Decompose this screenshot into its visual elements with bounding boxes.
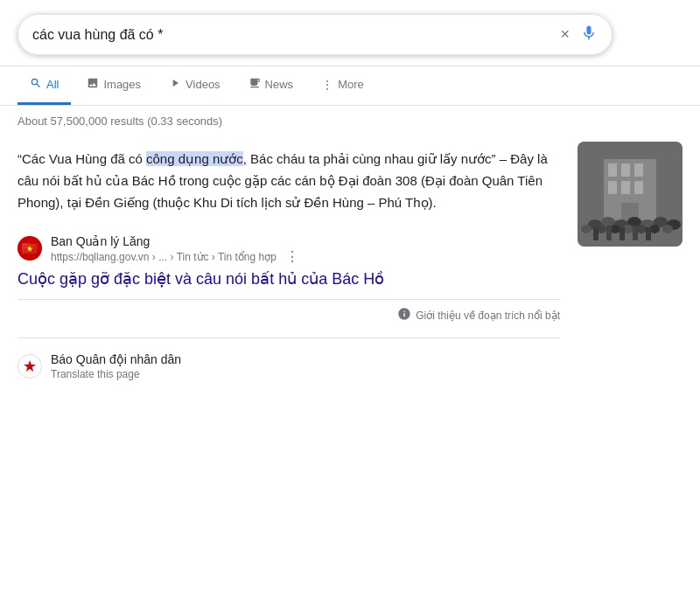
source-name: Ban Quản lý Lăng [51,234,560,248]
tab-more-label: More [338,78,364,91]
tab-all-label: All [46,78,59,91]
result-title[interactable]: Cuộc gặp gỡ đặc biệt và câu nói bất hủ c… [18,268,560,290]
svg-point-16 [581,225,592,233]
svg-rect-5 [608,181,617,194]
svg-rect-26 [633,226,638,240]
svg-rect-25 [620,227,625,240]
snippet-text: “Các Vua Hùng đã có công dụng nước, Bác … [18,149,560,213]
source-url: https://bqllang.gov.vn › ... › Tin tức ›… [51,251,276,263]
tab-videos[interactable]: Videos [157,66,233,105]
svg-rect-23 [593,227,598,240]
tab-images-label: Images [103,78,141,91]
results-left: “Các Vua Hùng đã có công dụng nước, Bác … [18,142,560,380]
second-source-row: ★ Báo Quân đội nhân dân Translate this p… [18,352,560,380]
clear-icon[interactable]: × [560,25,570,44]
svg-point-22 [662,225,673,233]
star-icon: ★ [23,357,37,376]
search-input[interactable] [32,27,560,43]
news-tab-icon [248,77,261,92]
main-content: “Các Vua Hùng đã có công dụng nước, Bác … [0,133,700,389]
tab-news[interactable]: News [236,66,306,105]
svg-rect-4 [634,163,643,177]
svg-rect-6 [621,181,630,194]
intro-label-text: Giới thiệu về đoạn trích nổi bật [416,309,560,322]
tab-videos-label: Videos [186,78,220,91]
source-menu-icon[interactable]: ⋮ [285,248,299,265]
images-tab-icon [87,77,99,92]
result-thumbnail [578,142,682,247]
search-bar: × [18,14,612,55]
second-source-info: Báo Quân đội nhân dân Translate this pag… [51,352,560,380]
mic-icon[interactable] [580,24,598,45]
svg-rect-27 [646,227,651,240]
source-url-row: https://bqllang.gov.vn › ... › Tin tức ›… [51,248,560,265]
source-favicon: 🇻🇳 [18,236,42,261]
second-source-name: Báo Quân đội nhân dân [51,352,560,366]
more-tab-icon: ⋮ [321,78,333,92]
snippet-before: “Các Vua Hùng đã có [18,151,146,166]
svg-rect-7 [634,181,643,194]
search-tab-icon [30,77,42,92]
second-result: ★ Báo Quân đội nhân dân Translate this p… [18,337,560,380]
svg-rect-3 [621,163,630,177]
search-bar-container: × [0,0,700,66]
snippet-highlight: công dụng nước [146,151,243,166]
results-info: About 57,500,000 results (0.33 seconds) [0,106,700,133]
featured-intro-label: Giới thiệu về đoạn trích nổi bật [18,299,560,323]
svg-rect-2 [608,163,617,177]
source-row: 🇻🇳 Ban Quản lý Lăng https://bqllang.gov.… [18,234,560,265]
source-info: Ban Quản lý Lăng https://bqllang.gov.vn … [51,234,560,265]
tab-news-label: News [265,78,294,91]
videos-tab-icon [169,77,181,92]
tab-more[interactable]: ⋮ More [309,67,376,105]
tab-all[interactable]: All [18,66,71,105]
vn-flag-icon: 🇻🇳 [21,240,38,257]
translate-notice[interactable]: Translate this page [51,368,560,380]
svg-rect-24 [606,226,612,240]
tabs-container: All Images Videos News ⋮ More [0,66,700,106]
second-favicon: ★ [18,354,42,379]
tab-images[interactable]: Images [74,66,153,105]
info-icon[interactable] [397,307,411,323]
featured-snippet: “Các Vua Hùng đã có công dụng nước, Bác … [18,142,560,220]
